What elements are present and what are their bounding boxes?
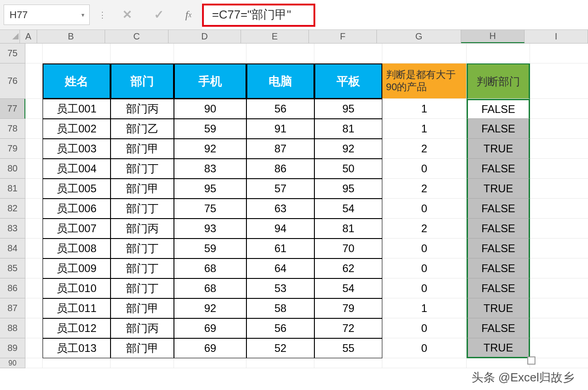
cell-dept[interactable]: 部门甲 (111, 338, 174, 358)
col-header-G[interactable]: G (377, 30, 461, 43)
cell-phone[interactable]: 90 (174, 99, 246, 119)
cell[interactable] (530, 239, 588, 258)
col-header-B[interactable]: B (37, 30, 105, 43)
cell[interactable] (314, 44, 382, 63)
cell-phone[interactable]: 68 (174, 258, 246, 278)
cell[interactable] (530, 338, 588, 358)
cell-pc[interactable]: 56 (246, 99, 314, 119)
col-header-C[interactable]: C (105, 30, 169, 43)
cell-tablet[interactable]: 50 (314, 159, 382, 179)
cell-tablet[interactable]: 95 (314, 99, 382, 119)
cell-judge[interactable]: FALSE (467, 159, 530, 179)
cell[interactable] (246, 358, 314, 368)
row-header-90[interactable]: 90 (0, 358, 25, 368)
cell-tablet[interactable]: 54 (314, 199, 382, 219)
cell[interactable] (43, 358, 111, 368)
cell-judge[interactable]: TRUE (467, 179, 530, 199)
cell[interactable] (530, 119, 588, 139)
cell-gt90[interactable]: 0 (382, 338, 467, 358)
cell[interactable] (530, 278, 588, 298)
col-header-D[interactable]: D (169, 30, 241, 43)
header-pc[interactable]: 电脑 (246, 63, 314, 99)
header-dept[interactable]: 部门 (111, 63, 174, 99)
cell-tablet[interactable]: 55 (314, 338, 382, 358)
cell-name[interactable]: 员工007 (43, 219, 111, 239)
cell[interactable] (467, 358, 530, 368)
row-header-78[interactable]: 78 (0, 119, 25, 139)
cell-name[interactable]: 员工005 (43, 179, 111, 199)
cell-gt90[interactable]: 0 (382, 258, 467, 278)
col-header-E[interactable]: E (241, 30, 309, 43)
row-header-80[interactable]: 80 (0, 159, 25, 179)
cell[interactable] (25, 63, 43, 99)
cell-gt90[interactable]: 0 (382, 159, 467, 179)
cell[interactable] (530, 199, 588, 219)
cell-judge[interactable]: TRUE (467, 139, 530, 159)
cell[interactable] (25, 199, 43, 219)
cell[interactable] (530, 179, 588, 199)
cell-dept[interactable]: 部门甲 (111, 179, 174, 199)
cell[interactable] (382, 44, 467, 63)
cell-judge[interactable]: FALSE (467, 219, 530, 239)
cell-tablet[interactable]: 92 (314, 139, 382, 159)
cell-phone[interactable]: 59 (174, 239, 246, 258)
cell-judge[interactable]: FALSE (467, 199, 530, 219)
cell-tablet[interactable]: 81 (314, 219, 382, 239)
row-header-79[interactable]: 79 (0, 139, 25, 159)
cell[interactable] (174, 358, 246, 368)
cell-name[interactable]: 员工013 (43, 338, 111, 358)
select-all-corner[interactable] (0, 30, 20, 43)
cell-dept[interactable]: 部门丁 (111, 278, 174, 298)
cell-judge[interactable]: TRUE (467, 338, 530, 358)
cell-name[interactable]: 员工003 (43, 139, 111, 159)
row-header-83[interactable]: 83 (0, 219, 25, 239)
cell-gt90[interactable]: 0 (382, 318, 467, 338)
cell-tablet[interactable]: 62 (314, 258, 382, 278)
row-header-75[interactable]: 75 (0, 44, 25, 63)
cell-gt90[interactable]: 2 (382, 219, 467, 239)
cell-pc[interactable]: 87 (246, 139, 314, 159)
cell[interactable] (314, 358, 382, 368)
cell[interactable] (25, 219, 43, 239)
cell[interactable] (530, 318, 588, 338)
cell-dept[interactable]: 部门丁 (111, 159, 174, 179)
cell-pc[interactable]: 94 (246, 219, 314, 239)
fill-handle-icon[interactable] (527, 356, 535, 365)
cell[interactable] (25, 99, 43, 119)
cell-gt90[interactable]: 0 (382, 199, 467, 219)
cell[interactable] (467, 44, 530, 63)
cell-dept[interactable]: 部门乙 (111, 119, 174, 139)
cell-tablet[interactable]: 79 (314, 298, 382, 318)
enter-formula-button[interactable]: ✓ (143, 0, 175, 29)
col-header-F[interactable]: F (309, 30, 377, 43)
cell-dept[interactable]: 部门丙 (111, 99, 174, 119)
cell-dept[interactable]: 部门丙 (111, 318, 174, 338)
cell-phone[interactable]: 75 (174, 199, 246, 219)
cell-name[interactable]: 员工010 (43, 278, 111, 298)
cell-phone[interactable]: 59 (174, 119, 246, 139)
cell[interactable] (530, 139, 588, 159)
col-header-H[interactable]: H (461, 30, 525, 43)
cell-gt90[interactable]: 1 (382, 298, 467, 318)
cell[interactable] (25, 139, 43, 159)
cell-gt90[interactable]: 1 (382, 119, 467, 139)
cell-judge[interactable]: FALSE (467, 99, 530, 119)
row-header-87[interactable]: 87 (0, 298, 25, 318)
cell[interactable] (530, 258, 588, 278)
cell[interactable] (530, 358, 588, 368)
cell-phone[interactable]: 95 (174, 179, 246, 199)
cell[interactable] (111, 44, 174, 63)
row-header-81[interactable]: 81 (0, 179, 25, 199)
cell[interactable] (530, 219, 588, 239)
cell-pc[interactable]: 61 (246, 239, 314, 258)
cell-dept[interactable]: 部门甲 (111, 139, 174, 159)
row-header-77[interactable]: 77 (0, 99, 25, 119)
header-judge-dept[interactable]: 判断部门 (467, 63, 530, 99)
cell-name[interactable]: 员工008 (43, 239, 111, 258)
cell-pc[interactable]: 56 (246, 318, 314, 338)
formula-input[interactable]: =C77="部门甲" (202, 0, 588, 29)
cell-dept[interactable]: 部门丁 (111, 239, 174, 258)
cell-dept[interactable]: 部门丁 (111, 258, 174, 278)
row-header-82[interactable]: 82 (0, 199, 25, 219)
row-header-85[interactable]: 85 (0, 258, 25, 278)
